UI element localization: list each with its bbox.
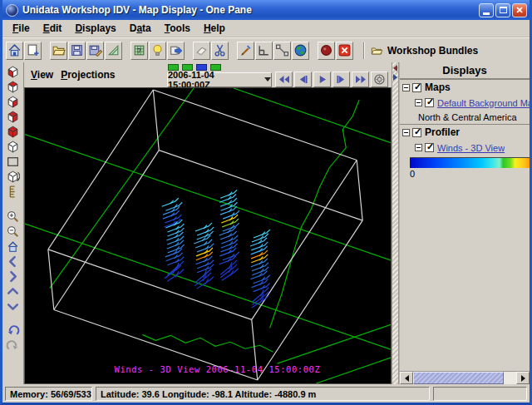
display-link[interactable]: Winds - 3D View <box>437 143 505 153</box>
toolbar-group <box>237 42 310 60</box>
save-button[interactable] <box>68 42 86 60</box>
panel-horizontal-scrollbar[interactable] <box>400 371 530 384</box>
home-view-icon <box>6 240 20 254</box>
menu-help[interactable]: Help <box>197 21 232 36</box>
visibility-checkbox[interactable] <box>425 143 434 152</box>
close-button[interactable]: ✕ <box>512 3 527 17</box>
winds-colorbar[interactable] <box>410 157 530 168</box>
rotate-button[interactable] <box>5 169 21 184</box>
menu-data[interactable]: Data <box>123 21 158 36</box>
displays-group-profiler[interactable]: Profiler <box>400 124 530 140</box>
map-display-3d-view[interactable]: Winds - 3D View 2006-11-04 15:00:00Z <box>24 87 392 384</box>
end-icon <box>355 75 366 84</box>
cube-6-button[interactable] <box>5 139 21 154</box>
collapse-left-icon[interactable] <box>393 65 397 72</box>
collapse-right-icon[interactable] <box>393 74 397 81</box>
step-back-button[interactable] <box>294 72 312 87</box>
minimize-button[interactable] <box>479 3 494 17</box>
scrollbar-track[interactable] <box>504 372 516 384</box>
step-forward-button[interactable] <box>332 72 350 87</box>
cube-2-button[interactable] <box>5 79 21 94</box>
workshop-bundles-label: Workshop Bundles <box>387 45 478 57</box>
group-label: Maps <box>425 81 451 93</box>
collapse-toggle-icon[interactable] <box>415 99 422 106</box>
new-display-icon <box>26 43 40 57</box>
time-combobox[interactable]: 2006-11-04 15:00:00Z <box>167 72 272 87</box>
title-bar[interactable]: Unidata Workshop IDV - Map Display - One… <box>2 0 530 20</box>
displays-group-maps[interactable]: Maps <box>400 79 530 95</box>
record-button[interactable] <box>318 42 335 60</box>
menu-displays[interactable]: Displays <box>68 21 122 36</box>
status-bar: Memory: 56/69/533 MB Latitude: 39.6 Long… <box>2 384 530 403</box>
cut-button[interactable] <box>211 42 229 60</box>
visibility-checkbox[interactable] <box>425 98 434 107</box>
panel-splitter[interactable] <box>392 62 399 384</box>
pan-up-button[interactable] <box>5 284 21 299</box>
menu-edit[interactable]: Edit <box>37 21 69 36</box>
line-probe-button[interactable] <box>273 42 291 60</box>
export-icon <box>169 43 183 57</box>
collapse-toggle-icon[interactable] <box>402 129 410 136</box>
display-link[interactable]: Default Background Ma... <box>437 98 530 108</box>
arrow-right-icon <box>521 375 525 382</box>
menu-view[interactable]: View <box>31 69 61 81</box>
home-view-button[interactable] <box>5 239 21 254</box>
pan-down-button[interactable] <box>5 299 21 314</box>
pan-right-icon <box>6 269 20 284</box>
workshop-bundles-menu[interactable]: Workshop Bundles <box>370 45 478 57</box>
properties-button[interactable] <box>371 72 388 87</box>
maximize-button[interactable] <box>495 3 510 17</box>
begin-button[interactable] <box>275 72 293 87</box>
cube-3-button[interactable] <box>5 94 21 109</box>
view-timestamp-label: Winds - 3D View 2006-11-04 15:00:00Z <box>115 364 321 374</box>
save-icon <box>70 43 84 57</box>
ruler-button[interactable] <box>5 184 21 199</box>
cube-5-button[interactable] <box>5 124 21 139</box>
save-as-icon <box>88 43 102 57</box>
globe-icon <box>293 43 308 57</box>
map-view-pane: ViewProjections 2006-11-04 15:00:00Z Win… <box>24 62 392 384</box>
menu-file[interactable]: File <box>6 21 37 36</box>
message-status <box>433 387 527 401</box>
undo-button[interactable] <box>5 324 21 338</box>
play-button[interactable] <box>313 72 331 87</box>
axis-icon <box>257 43 271 57</box>
end-button[interactable] <box>352 72 369 87</box>
idv-window: Unidata Workshop IDV - Map Display - One… <box>0 0 532 405</box>
home-button[interactable] <box>6 42 23 60</box>
globe-button[interactable] <box>292 42 309 60</box>
cube-1-button[interactable] <box>5 64 21 79</box>
close-icon: ✕ <box>515 6 523 15</box>
menu-tools[interactable]: Tools <box>158 21 197 36</box>
pan-right-button[interactable] <box>5 269 21 284</box>
collapse-toggle-icon[interactable] <box>402 84 410 91</box>
scroll-right-button[interactable] <box>516 372 530 384</box>
scrollbar-thumb[interactable] <box>413 372 504 384</box>
stop-button[interactable] <box>336 42 353 60</box>
axis-button[interactable] <box>255 42 273 60</box>
visibility-checkbox[interactable] <box>412 83 421 92</box>
cube-4-button[interactable] <box>5 109 21 124</box>
square-button[interactable] <box>5 154 21 169</box>
save-as-button[interactable] <box>86 42 104 60</box>
station-plot-button[interactable] <box>237 42 254 60</box>
tip-button[interactable] <box>149 42 166 60</box>
collapse-toggle-icon[interactable] <box>415 144 422 151</box>
export-button[interactable] <box>167 42 185 60</box>
zoom-out-button[interactable] <box>5 224 21 239</box>
menu-projections[interactable]: Projections <box>61 69 122 81</box>
open-button[interactable] <box>50 42 67 60</box>
drawing-button[interactable] <box>105 42 122 60</box>
properties-icon <box>373 74 386 85</box>
eraser-button[interactable] <box>193 42 210 60</box>
zoom-in-button[interactable] <box>5 209 21 224</box>
pan-left-button[interactable] <box>5 254 21 269</box>
display-item-row: Default Background Ma... <box>400 95 530 111</box>
scroll-left-button[interactable] <box>400 372 413 384</box>
new-display-button[interactable] <box>24 42 42 60</box>
visibility-checkbox[interactable] <box>412 128 421 137</box>
redo-button[interactable] <box>5 338 21 353</box>
step-back-icon <box>298 75 308 84</box>
pan-left-icon <box>6 254 20 269</box>
field-selector-button[interactable]: ? <box>131 42 148 60</box>
